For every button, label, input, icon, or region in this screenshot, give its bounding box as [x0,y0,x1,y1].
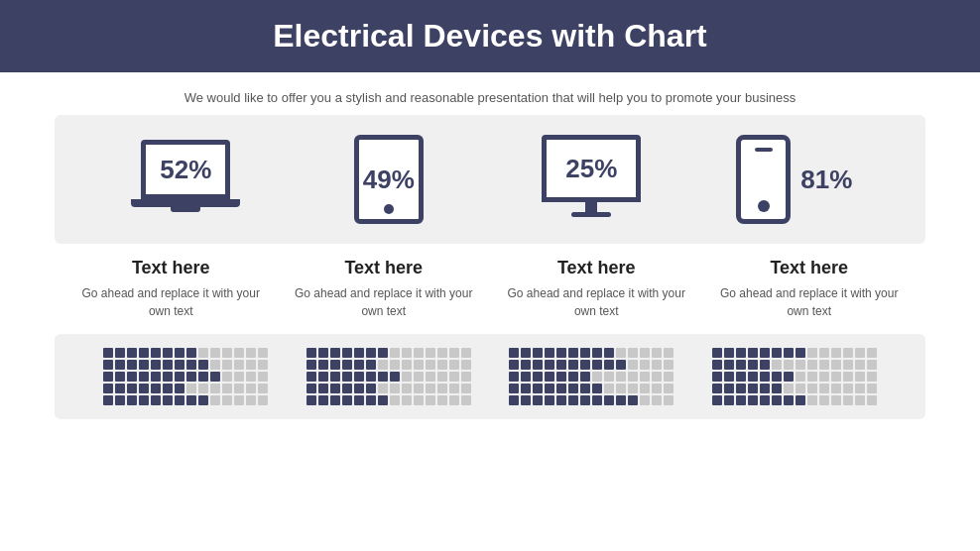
pixel-cell [640,395,650,405]
pixel-cell [306,372,316,382]
pixel-cell [760,348,770,358]
pixel-cell [163,395,173,405]
pixel-cell [652,360,662,370]
laptop-base [131,199,240,207]
pixel-cell [151,384,161,393]
pixel-cell [306,348,316,358]
pixel-cell [354,372,364,382]
pixel-cell [151,360,161,370]
pixel-cell [807,384,817,393]
pixel-cell [772,384,782,393]
pixel-cell [234,384,244,393]
pixel-cell [568,384,578,393]
pixel-cell [521,372,531,382]
pixel-cell [342,372,352,382]
pixel-cell [103,360,113,370]
pixel-cell [628,384,638,393]
pixel-cell [831,360,841,370]
pixel-cell [402,372,412,382]
pixel-cell [736,372,746,382]
pixel-cell [127,395,137,405]
text-item-2: Text here Go ahead and replace it with y… [507,258,685,320]
pixel-cell [568,372,578,382]
pixel-cell [163,384,173,393]
page-title: Electrical Devices with Chart [0,18,980,55]
pixel-cell [772,360,782,370]
pixel-cell [222,372,232,382]
pixel-cell [760,372,770,382]
pixel-cell [461,384,471,393]
pixel-cell [760,395,770,405]
monitor-icon: 25% [532,135,651,224]
laptop-stand [171,207,200,212]
pixel-cell [592,360,602,370]
pixel-cell [664,360,674,370]
pixel-cell [198,372,208,382]
pixel-cell [616,348,626,358]
pixel-cell [151,348,161,358]
text-item-1: Text here Go ahead and replace it with y… [295,258,473,320]
pixel-cell [115,348,125,358]
pixel-cell [198,348,208,358]
pixel-cell [461,348,471,358]
pixel-cell [652,348,662,358]
pixel-cell [402,348,412,358]
pixel-cell [724,395,734,405]
pixel-cell [390,395,400,405]
text-item-3: Text here Go ahead and replace it with y… [720,258,899,320]
tablet-icon: 49% [354,135,424,224]
pixel-cell [867,372,877,382]
pixel-cell [640,384,650,393]
pixel-cell [843,360,853,370]
pixel-cell [628,395,638,405]
text-heading-2: Text here [507,258,685,278]
pixel-cell [843,395,853,405]
pixel-cell [664,372,674,382]
pixel-cell [342,348,352,358]
pixel-cell [437,360,447,370]
device-monitor: 25% [502,135,680,224]
pixel-cell [175,395,184,405]
pixel-cell [760,384,770,393]
chart-item-3 [705,348,884,405]
pixel-cell [449,348,459,358]
pixel-cell [509,395,519,405]
pixel-cell [724,372,734,382]
pixel-cell [139,360,149,370]
pixel-cell [556,395,566,405]
pixel-cell [449,360,459,370]
device-phone: 81% [705,135,884,224]
pixel-cell [127,372,137,382]
pixel-cell [306,395,316,405]
pixel-cell [378,384,388,393]
pixel-cell [378,348,388,358]
pixel-cell [545,384,554,393]
pixel-cell [390,348,400,358]
pixel-cell [628,348,638,358]
pixel-cell [246,348,256,358]
pixel-cell [103,372,113,382]
text-heading-0: Text here [81,258,260,278]
pixel-cell [354,395,364,405]
pixel-cell [819,395,829,405]
device-tablet: 49% [300,135,478,224]
pixel-cell [306,384,316,393]
pixel-cell [616,372,626,382]
pixel-cell [390,372,400,382]
pixel-cell [819,384,829,393]
pixel-cell [521,384,531,393]
pixel-cell [234,372,244,382]
pixel-cell [509,360,519,370]
pixel-cell [222,348,232,358]
pixel-cell [115,384,125,393]
pixel-grid-3 [712,348,877,405]
pixel-cell [736,384,746,393]
monitor-screen: 25% [542,135,641,202]
pixel-cell [592,372,602,382]
pixel-cell [509,372,519,382]
pixel-cell [867,360,877,370]
main-content: 52% 49% 25% [0,115,980,419]
pixel-cell [855,395,865,405]
pixel-cell [175,360,184,370]
pixel-cell [604,372,614,382]
